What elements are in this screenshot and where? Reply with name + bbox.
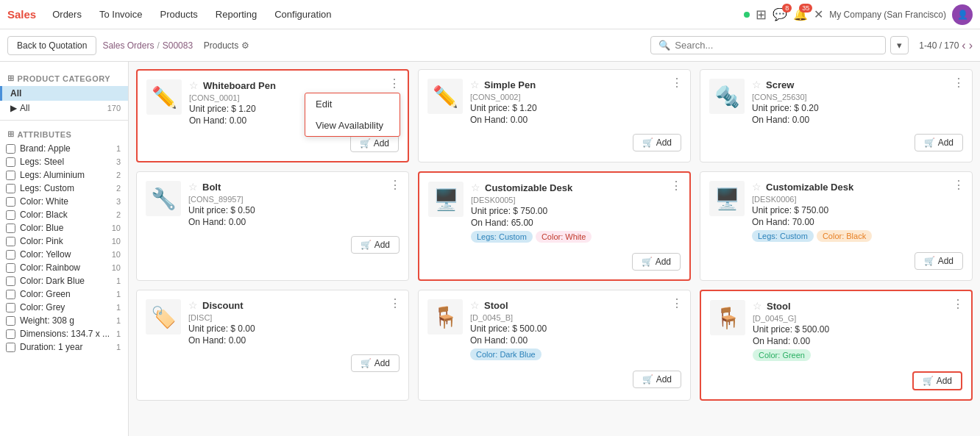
app-logo: Sales bbox=[7, 8, 36, 21]
kebab-menu-button[interactable]: ⋮ bbox=[670, 180, 682, 192]
add-to-order-button[interactable]: 🛒 Add bbox=[351, 354, 400, 372]
gear-icon[interactable]: ⚙ bbox=[241, 40, 249, 51]
kebab-menu-button[interactable]: ⋮ bbox=[671, 298, 683, 310]
context-menu-edit[interactable]: Edit bbox=[305, 93, 400, 115]
search-input[interactable] bbox=[675, 40, 878, 51]
product-onhand: On Hand: 0.00 bbox=[188, 217, 400, 227]
next-page-button[interactable]: › bbox=[969, 39, 973, 52]
card-header: 🪑 ☆ Stool [D_0045_B] Unit price: $ 500.0… bbox=[427, 299, 681, 365]
attr-checkbox[interactable] bbox=[6, 263, 15, 273]
favorite-icon[interactable]: ☆ bbox=[470, 299, 480, 311]
add-to-order-button[interactable]: 🛒 Add bbox=[915, 134, 963, 151]
user-avatar[interactable]: 👤 bbox=[952, 4, 973, 25]
apps-icon[interactable]: ⊞ bbox=[756, 7, 767, 23]
card-header: ✏️ ☆ Simple Pen [CONS_0002] Unit price: … bbox=[427, 79, 681, 128]
add-to-order-button[interactable]: 🛒 Add bbox=[350, 135, 399, 152]
sidebar-attr-item[interactable]: Dimensions: 134.7 x ...1 bbox=[0, 327, 128, 340]
favorite-icon[interactable]: ☆ bbox=[752, 79, 761, 90]
kebab-menu-button[interactable]: ⋮ bbox=[953, 77, 965, 89]
card-header: 🔧 ☆ Bolt [CONS_89957] Unit price: $ 0.50… bbox=[146, 181, 400, 230]
sidebar-attr-item[interactable]: Color: Rainbow10 bbox=[0, 261, 128, 274]
product-code: [DISC] bbox=[188, 313, 400, 322]
kebab-menu-button[interactable]: ⋮ bbox=[389, 179, 401, 191]
attr-checkbox[interactable] bbox=[6, 237, 15, 246]
attr-checkbox[interactable] bbox=[6, 171, 15, 180]
add-label: Add bbox=[656, 137, 672, 148]
attr-checkbox[interactable] bbox=[6, 303, 15, 312]
attr-checkbox[interactable] bbox=[6, 276, 15, 286]
sidebar-attr-item[interactable]: Legs: Aluminium2 bbox=[0, 168, 128, 182]
sidebar-item-all-sub[interactable]: ▶ All 170 bbox=[0, 101, 128, 115]
sidebar-attr-item[interactable]: Color: Blue10 bbox=[0, 221, 128, 235]
favorite-icon[interactable]: ☆ bbox=[753, 300, 762, 312]
search-dropdown-button[interactable]: ▾ bbox=[890, 36, 909, 54]
nav-reporting[interactable]: Reporting bbox=[208, 6, 264, 23]
prev-page-button[interactable]: ‹ bbox=[962, 39, 965, 52]
add-to-order-button[interactable]: 🛒 Add bbox=[912, 371, 962, 390]
kebab-menu-button[interactable]: ⋮ bbox=[952, 299, 964, 310]
product-category-section-title: ⊞ PRODUCT CATEGORY bbox=[0, 69, 128, 86]
favorite-icon[interactable]: ☆ bbox=[470, 79, 480, 90]
attr-checkbox[interactable] bbox=[6, 290, 15, 299]
add-to-order-button[interactable]: 🛒 Add bbox=[351, 236, 400, 254]
add-label: Add bbox=[374, 358, 390, 368]
sidebar-attr-item[interactable]: Duration: 1 year1 bbox=[0, 340, 128, 354]
breadcrumb-sales-orders[interactable]: Sales Orders bbox=[102, 40, 154, 51]
sidebar-attr-item[interactable]: Color: Dark Blue1 bbox=[0, 274, 128, 287]
attr-checkbox[interactable] bbox=[6, 144, 15, 154]
favorite-icon[interactable]: ☆ bbox=[188, 181, 198, 193]
nav-products[interactable]: Products bbox=[152, 6, 205, 23]
attr-checkbox[interactable] bbox=[6, 157, 15, 167]
favorite-icon[interactable]: ☆ bbox=[188, 299, 198, 311]
sidebar-attr-item[interactable]: Color: White3 bbox=[0, 195, 128, 208]
add-to-order-button[interactable]: 🛒 Add bbox=[915, 252, 963, 270]
product-tag: Color: Green bbox=[753, 349, 811, 361]
kebab-menu-button[interactable]: ⋮ bbox=[388, 78, 400, 90]
product-onhand: On Hand: 0.00 bbox=[470, 115, 681, 125]
sidebar-attr-item[interactable]: Legs: Steel3 bbox=[0, 155, 128, 168]
notification-icon[interactable]: 🔔35 bbox=[793, 7, 808, 21]
sidebar-attr-item[interactable]: Weight: 308 g1 bbox=[0, 314, 128, 327]
nav-orders[interactable]: Orders bbox=[45, 6, 89, 23]
back-to-quotation-button[interactable]: Back to Quotation bbox=[7, 36, 96, 55]
context-menu-view-availability[interactable]: View Availability bbox=[305, 115, 400, 136]
attr-checkbox[interactable] bbox=[6, 329, 15, 339]
attr-checkbox[interactable] bbox=[6, 197, 15, 207]
kebab-menu-button[interactable]: ⋮ bbox=[389, 298, 401, 310]
sidebar-item-all[interactable]: All bbox=[0, 86, 128, 101]
attr-checkbox[interactable] bbox=[6, 184, 15, 193]
attr-checkbox[interactable] bbox=[6, 210, 15, 220]
sidebar-attr-item[interactable]: Color: Yellow10 bbox=[0, 248, 128, 261]
sidebar-attr-item[interactable]: Color: Grey1 bbox=[0, 301, 128, 314]
breadcrumb-order-number[interactable]: S00083 bbox=[163, 40, 193, 51]
sidebar-attr-item[interactable]: Legs: Custom2 bbox=[0, 182, 128, 195]
add-label: Add bbox=[656, 257, 671, 267]
sidebar-attr-item[interactable]: Color: Pink10 bbox=[0, 235, 128, 248]
product-card-customizable-desk-2: ⋮ 🖥️ ☆ Customizable Desk [DESK0006] Unit… bbox=[700, 171, 973, 281]
add-to-order-button[interactable]: 🛒 Add bbox=[633, 371, 681, 388]
notif-badge: 35 bbox=[799, 4, 812, 12]
favorite-icon[interactable]: ☆ bbox=[752, 181, 761, 193]
settings-icon[interactable]: ✕ bbox=[814, 7, 823, 21]
product-price: Unit price: $ 1.20 bbox=[470, 103, 681, 113]
chat-icon[interactable]: 💬8 bbox=[773, 7, 787, 21]
kebab-menu-button[interactable]: ⋮ bbox=[671, 77, 683, 89]
add-label: Add bbox=[937, 376, 952, 386]
favorite-icon[interactable]: ☆ bbox=[471, 182, 480, 193]
attr-checkbox[interactable] bbox=[6, 224, 15, 233]
add-to-order-button[interactable]: 🛒 Add bbox=[632, 253, 681, 271]
favorite-icon[interactable]: ☆ bbox=[189, 79, 199, 91]
card-info: ☆ Bolt [CONS_89957] Unit price: $ 0.50 O… bbox=[188, 181, 400, 230]
sidebar-attr-item[interactable]: Color: Green1 bbox=[0, 287, 128, 301]
sidebar-attr-item[interactable]: Brand: Apple1 bbox=[0, 142, 128, 155]
product-code: [DESK0006] bbox=[752, 195, 963, 204]
sidebar-attr-item[interactable]: Color: Black2 bbox=[0, 208, 128, 221]
nav-to-invoice[interactable]: To Invoice bbox=[92, 6, 150, 23]
product-card-screw: ⋮ 🔩 ☆ Screw [CONS_25630] Unit price: $ 0… bbox=[700, 69, 973, 162]
attr-checkbox[interactable] bbox=[6, 250, 15, 260]
attr-checkbox[interactable] bbox=[6, 316, 15, 326]
kebab-menu-button[interactable]: ⋮ bbox=[953, 179, 965, 191]
add-to-order-button[interactable]: 🛒 Add bbox=[633, 134, 681, 151]
attr-checkbox[interactable] bbox=[6, 343, 15, 352]
nav-configuration[interactable]: Configuration bbox=[267, 6, 338, 23]
